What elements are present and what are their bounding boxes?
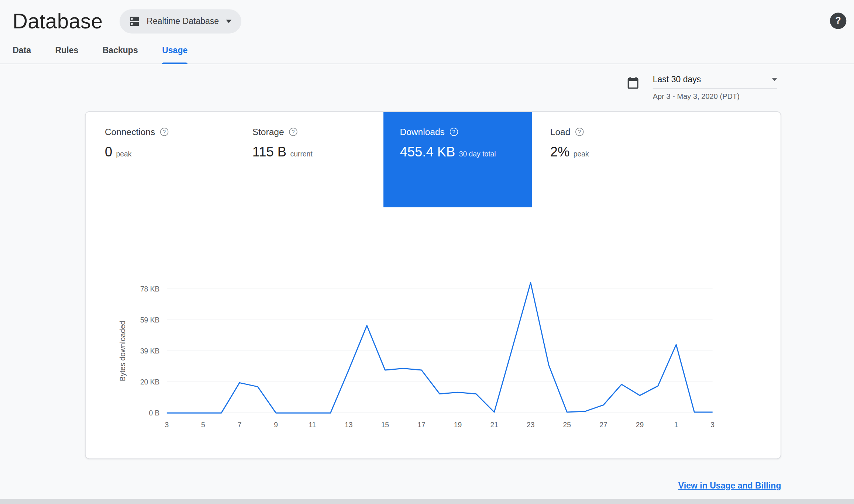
metric-unit: peak bbox=[116, 150, 132, 158]
svg-text:13: 13 bbox=[345, 421, 352, 429]
metric-value-row: 0 peak bbox=[105, 144, 168, 160]
svg-text:20 KB: 20 KB bbox=[140, 378, 160, 386]
metric-value: 115 B bbox=[252, 144, 286, 160]
date-range-caption: Apr 3 - May 3, 2020 (PDT) bbox=[653, 92, 777, 100]
question-mark-glyph: ? bbox=[835, 15, 841, 27]
metric-tab-storage[interactable]: Storage ? 115 B current bbox=[252, 112, 313, 159]
metric-value-row: 455.4 KB 30 day total bbox=[400, 144, 532, 160]
svg-text:39 KB: 39 KB bbox=[140, 347, 160, 355]
svg-text:11: 11 bbox=[309, 421, 316, 429]
svg-text:3: 3 bbox=[165, 421, 169, 429]
tab-data[interactable]: Data bbox=[13, 38, 31, 63]
page-bottom-edge bbox=[0, 499, 854, 504]
metric-title-row: Load ? bbox=[550, 127, 589, 137]
metric-value: 0 bbox=[105, 144, 112, 160]
svg-text:1: 1 bbox=[674, 421, 678, 429]
metric-value: 2% bbox=[550, 144, 570, 160]
svg-text:29: 29 bbox=[636, 421, 644, 429]
date-range-label: Last 30 days bbox=[653, 75, 701, 84]
usage-chart: 0 B20 KB39 KB59 KB78 KB35791113151719212… bbox=[117, 281, 721, 437]
svg-text:59 KB: 59 KB bbox=[140, 316, 160, 324]
metric-title-row: Storage ? bbox=[252, 127, 313, 137]
page-title: Database bbox=[13, 10, 103, 33]
metric-unit: current bbox=[290, 150, 313, 158]
chevron-down-icon bbox=[772, 78, 777, 81]
usage-card: Connections ? 0 peak Storage ? 115 B cur… bbox=[85, 111, 781, 459]
database-selector[interactable]: Realtime Database bbox=[120, 9, 241, 33]
tab-usage[interactable]: Usage bbox=[162, 38, 187, 63]
calendar-icon bbox=[626, 76, 640, 91]
tab-rules[interactable]: Rules bbox=[55, 38, 79, 63]
help-circle-icon[interactable]: ? bbox=[450, 128, 458, 136]
tab-bar: Data Rules Backups Usage bbox=[0, 38, 854, 64]
firebase-database-usage-page: Database Realtime Database ? Data Rules … bbox=[0, 0, 854, 504]
metric-unit: peak bbox=[574, 150, 589, 158]
metric-title-row: Downloads ? bbox=[400, 127, 532, 137]
help-circle-icon[interactable]: ? bbox=[289, 128, 297, 136]
metric-tab-load[interactable]: Load ? 2% peak bbox=[550, 112, 589, 159]
metric-tab-downloads[interactable]: Downloads ? 455.4 KB 30 day total bbox=[383, 112, 532, 207]
svg-text:17: 17 bbox=[417, 421, 425, 429]
help-icon[interactable]: ? bbox=[830, 13, 847, 29]
metric-title: Storage bbox=[252, 127, 284, 137]
chevron-down-icon bbox=[226, 20, 232, 23]
view-usage-billing-link[interactable]: View in Usage and Billing bbox=[678, 481, 781, 491]
svg-text:7: 7 bbox=[238, 421, 242, 429]
svg-text:25: 25 bbox=[563, 421, 571, 429]
svg-text:23: 23 bbox=[527, 421, 534, 429]
svg-text:0 B: 0 B bbox=[149, 409, 160, 417]
svg-text:3: 3 bbox=[710, 421, 714, 429]
database-icon bbox=[128, 15, 141, 28]
svg-text:15: 15 bbox=[381, 421, 389, 429]
date-range-main: Last 30 days Apr 3 - May 3, 2020 (PDT) bbox=[653, 75, 777, 100]
svg-text:78 KB: 78 KB bbox=[140, 285, 160, 293]
date-range-dropdown[interactable]: Last 30 days bbox=[653, 75, 777, 89]
metric-title: Downloads bbox=[400, 127, 445, 137]
svg-text:21: 21 bbox=[490, 421, 498, 429]
svg-text:5: 5 bbox=[201, 421, 205, 429]
metric-value: 455.4 KB bbox=[400, 144, 455, 160]
date-range-picker: Last 30 days Apr 3 - May 3, 2020 (PDT) bbox=[626, 75, 777, 100]
help-circle-icon[interactable]: ? bbox=[160, 128, 168, 136]
metric-value-row: 2% peak bbox=[550, 144, 589, 160]
metric-tab-connections[interactable]: Connections ? 0 peak bbox=[105, 112, 168, 159]
metric-title: Connections bbox=[105, 127, 155, 137]
metric-value-row: 115 B current bbox=[252, 144, 313, 160]
help-circle-icon[interactable]: ? bbox=[575, 128, 583, 136]
svg-text:27: 27 bbox=[599, 421, 607, 429]
metric-unit: 30 day total bbox=[459, 150, 496, 158]
page-header: Database Realtime Database bbox=[0, 0, 854, 35]
metric-title-row: Connections ? bbox=[105, 127, 168, 137]
metric-title: Load bbox=[550, 127, 571, 137]
svg-text:19: 19 bbox=[454, 421, 462, 429]
svg-text:9: 9 bbox=[274, 421, 278, 429]
tab-backups[interactable]: Backups bbox=[103, 38, 138, 63]
svg-text:Bytes downloaded: Bytes downloaded bbox=[118, 321, 127, 381]
database-selector-label: Realtime Database bbox=[147, 17, 219, 27]
